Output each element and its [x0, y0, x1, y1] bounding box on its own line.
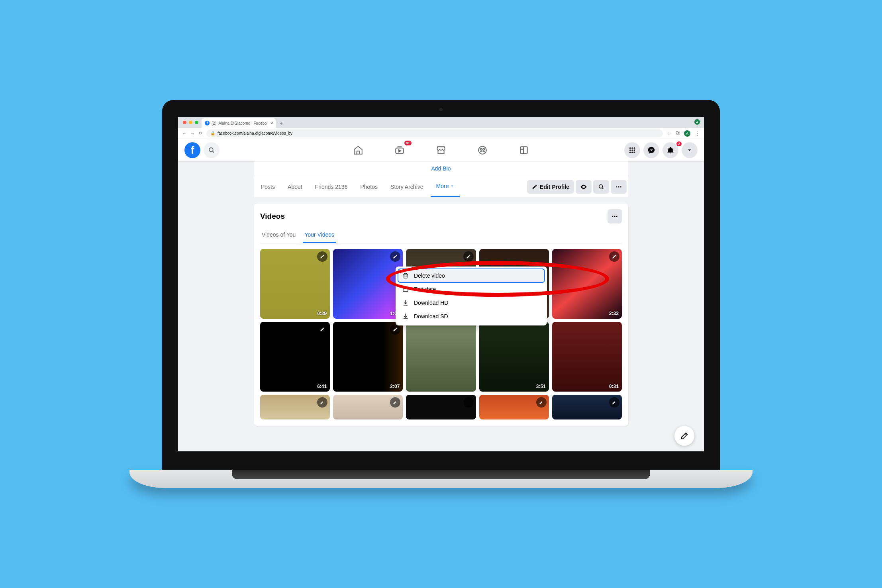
video-thumb[interactable]: 0:31 — [552, 322, 622, 392]
nav-watch[interactable]: 9+ — [391, 141, 408, 159]
nav-home[interactable] — [349, 141, 367, 159]
nav-gaming[interactable] — [515, 141, 533, 159]
pencil-icon — [532, 184, 537, 190]
browser-tabbar: f (2) Alaina DiGiacomo | Facebo ✕ + A — [178, 117, 704, 128]
tab-friends[interactable]: Friends 2136 — [310, 176, 353, 197]
video-thumb[interactable]: 2:07 — [333, 322, 403, 392]
profile-nav: Posts About Friends 2136 Photos Story Ar… — [254, 176, 628, 197]
svg-point-0 — [209, 148, 213, 152]
pencil-icon — [320, 327, 325, 332]
window-close-icon[interactable] — [183, 121, 186, 124]
video-duration: 3:51 — [536, 384, 546, 389]
pencil-icon — [466, 400, 471, 405]
chrome-profile-avatar[interactable]: A — [684, 130, 690, 137]
nav-marketplace[interactable] — [432, 141, 450, 159]
tab-posts[interactable]: Posts — [255, 176, 280, 197]
pencil-icon — [612, 400, 617, 405]
thumb-edit-button[interactable] — [390, 397, 400, 408]
page-body: Add Bio Posts About Friends 2136 Photos … — [178, 161, 704, 451]
thumb-edit-button[interactable] — [536, 397, 547, 408]
video-thumb[interactable] — [552, 395, 622, 419]
notifications-button[interactable]: 2 — [662, 142, 678, 158]
menu-edit-date[interactable]: Edit date — [398, 282, 545, 296]
lock-icon: 🔒 — [210, 131, 215, 135]
video-thumb[interactable] — [260, 395, 330, 419]
video-thumb[interactable]: 6:41 — [260, 322, 330, 392]
thumb-edit-button[interactable] — [609, 251, 619, 262]
edit-profile-button[interactable]: Edit Profile — [527, 180, 574, 194]
video-duration: 0:31 — [609, 384, 619, 389]
menu-delete-video[interactable]: Delete video — [398, 269, 545, 282]
friends-count: 2136 — [335, 184, 347, 190]
gaming-icon — [519, 145, 529, 155]
tab-about[interactable]: About — [282, 176, 308, 197]
browser-tab[interactable]: f (2) Alaina DiGiacomo | Facebo ✕ — [202, 118, 276, 128]
add-bio-link[interactable]: Add Bio — [254, 161, 628, 176]
video-thumb[interactable]: 2:32 — [552, 249, 622, 319]
video-duration: 2:32 — [609, 311, 619, 316]
videos-card-menu[interactable] — [608, 209, 622, 223]
nav-reload-icon[interactable]: ⟳ — [199, 131, 202, 136]
thumb-edit-button[interactable] — [317, 397, 327, 408]
svg-point-23 — [616, 216, 617, 217]
new-tab-button[interactable]: + — [277, 119, 285, 127]
thumb-edit-button[interactable] — [390, 324, 400, 335]
thumb-edit-button[interactable] — [390, 251, 400, 262]
window-maximize-icon[interactable] — [195, 121, 198, 124]
video-thumb[interactable] — [333, 395, 403, 419]
svg-point-18 — [616, 186, 617, 187]
videos-title: Videos — [260, 212, 285, 221]
tab-close-icon[interactable]: ✕ — [270, 121, 273, 125]
facebook-logo-icon[interactable]: f — [184, 142, 200, 158]
profile-more-button[interactable] — [611, 180, 627, 194]
keyboard-strip — [232, 470, 650, 479]
nav-forward-icon[interactable]: → — [190, 131, 195, 136]
bookmark-star-icon[interactable]: ☆ — [667, 131, 671, 136]
profile-search-button[interactable] — [593, 180, 609, 194]
videos-subtabs: Videos of You Your Videos — [260, 227, 622, 243]
video-thumb[interactable]: 3:51 — [479, 322, 549, 392]
menu-download-sd[interactable]: Download SD — [398, 310, 545, 323]
tab-photos[interactable]: Photos — [355, 176, 383, 197]
nav-back-icon[interactable]: ← — [182, 131, 186, 136]
thumb-edit-button[interactable] — [317, 251, 327, 262]
nav-groups[interactable] — [474, 141, 491, 159]
subtab-your-videos[interactable]: Your Videos — [303, 227, 336, 243]
window-minimize-icon[interactable] — [189, 121, 192, 124]
menu-download-hd[interactable]: Download HD — [398, 296, 545, 310]
menu-label: Delete video — [414, 272, 445, 279]
compose-fab[interactable] — [674, 426, 694, 446]
svg-point-3 — [478, 146, 486, 154]
video-duration: 0:29 — [317, 311, 327, 316]
subtab-videos-of-you[interactable]: Videos of You — [260, 227, 297, 243]
tab-more-label: More — [436, 183, 449, 189]
svg-point-15 — [633, 151, 635, 153]
apps-menu-button[interactable] — [624, 142, 640, 158]
messenger-button[interactable] — [643, 142, 659, 158]
svg-point-5 — [483, 149, 484, 150]
video-thumb[interactable] — [406, 395, 476, 419]
calendar-icon — [402, 286, 409, 293]
address-bar[interactable]: 🔒 facebook.com/alaina.digiacomo/videos_b… — [206, 129, 663, 137]
tabbar-profile-avatar[interactable]: A — [694, 119, 700, 125]
extensions-icon[interactable] — [675, 131, 680, 136]
video-thumb[interactable] — [479, 395, 549, 419]
svg-point-11 — [631, 149, 633, 151]
view-as-button[interactable] — [576, 180, 592, 194]
caret-down-icon — [450, 184, 454, 188]
video-thumb[interactable]: 1:01 — [333, 249, 403, 319]
video-thumb[interactable] — [406, 322, 476, 392]
account-dropdown-button[interactable] — [682, 142, 698, 158]
video-thumb[interactable]: 0:29 — [260, 249, 330, 319]
thumb-edit-button[interactable] — [609, 397, 619, 408]
facebook-search-button[interactable] — [204, 142, 220, 158]
svg-point-13 — [629, 151, 631, 153]
chrome-menu-icon[interactable]: ⋮ — [694, 130, 700, 137]
pencil-icon — [539, 400, 544, 405]
thumb-edit-button[interactable] — [463, 251, 474, 262]
thumb-edit-button[interactable] — [463, 397, 474, 408]
tab-more[interactable]: More — [431, 176, 460, 197]
tab-story-archive[interactable]: Story Archive — [385, 176, 429, 197]
thumb-edit-button[interactable] — [317, 324, 327, 335]
videos-grid: 0:29 1:01 — [260, 249, 622, 392]
